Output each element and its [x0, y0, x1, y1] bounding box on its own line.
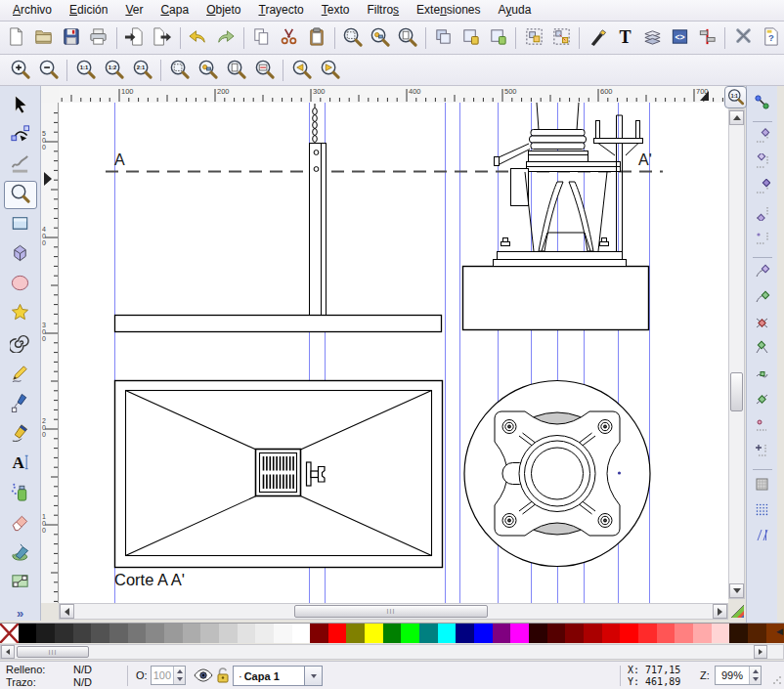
snap-path-intersections-button[interactable] — [751, 313, 774, 336]
color-swatch[interactable] — [638, 624, 657, 643]
ungroup-button[interactable] — [547, 24, 575, 52]
box-3d-tool[interactable] — [4, 240, 37, 270]
drawing-caption[interactable]: Corte A A' — [114, 571, 185, 588]
elevation-pedestal[interactable] — [463, 103, 649, 330]
color-swatch[interactable] — [55, 624, 73, 643]
rectangle-tool[interactable] — [4, 210, 37, 239]
palette-scroll-thumb[interactable]: III — [17, 646, 89, 658]
color-swatch[interactable] — [438, 624, 457, 643]
snap-bbox-centers-button[interactable] — [751, 228, 774, 251]
layer-dropdown-button[interactable] — [304, 667, 322, 685]
tweak-tool[interactable] — [4, 151, 37, 180]
zoom-1-1-corner-button[interactable]: 1:1 — [724, 86, 747, 108]
color-swatch[interactable] — [474, 624, 493, 643]
unlink-clone-button[interactable] — [485, 24, 512, 52]
toolbox-overflow-button[interactable]: » — [17, 606, 23, 621]
plan-pit[interactable] — [115, 381, 443, 568]
color-swatch[interactable] — [19, 624, 37, 643]
menu-ayuda[interactable]: Ayuda — [490, 0, 541, 21]
undo-button[interactable] — [185, 24, 212, 52]
color-swatch[interactable] — [183, 624, 201, 643]
paint-bucket-tool[interactable] — [4, 538, 37, 568]
canvas-drawing[interactable]: A A' — [59, 103, 728, 603]
color-wheel-corner-icon[interactable] — [729, 603, 746, 620]
color-swatch[interactable] — [729, 624, 748, 643]
paste-button[interactable] — [303, 24, 330, 52]
align-distribute-button[interactable] — [693, 24, 720, 52]
vertical-scroll-thumb[interactable] — [730, 372, 743, 411]
snap-enable-button[interactable] — [751, 92, 774, 115]
selector-tool[interactable] — [4, 91, 37, 120]
zoom-1-2-button[interactable]: 1:2 — [100, 57, 128, 84]
color-swatch[interactable] — [748, 624, 766, 643]
section-label-a-prime[interactable]: A' — [638, 151, 652, 168]
snap-nodes-button[interactable] — [751, 262, 774, 285]
menu-capa[interactable]: Capa — [152, 0, 197, 21]
scroll-up-button[interactable] — [729, 110, 744, 125]
color-swatch[interactable] — [238, 624, 256, 643]
layer-visibility-eye-icon[interactable] — [194, 668, 213, 684]
color-swatch[interactable] — [292, 624, 311, 643]
spiral-tool[interactable] — [4, 329, 37, 359]
group-button[interactable] — [520, 24, 547, 52]
scroll-left-button[interactable] — [60, 604, 74, 619]
color-swatch[interactable] — [146, 624, 164, 643]
node-editor-tool[interactable] — [4, 121, 37, 151]
export-button[interactable] — [149, 24, 176, 52]
zoom-out-button[interactable] — [34, 57, 63, 84]
snap-bbox-edge-midpoints-button[interactable] — [751, 202, 774, 226]
horizontal-scrollbar[interactable]: III — [59, 603, 728, 620]
palette-scroll-arrow-icon[interactable]: ◀ — [776, 626, 783, 636]
zoom-next-button[interactable] — [316, 57, 344, 84]
pencil-tool[interactable] — [4, 360, 37, 389]
vertical-ruler[interactable]: 500400300200100 — [41, 103, 59, 603]
scroll-down-button[interactable] — [729, 583, 744, 598]
zoom-tool[interactable] — [4, 181, 37, 210]
menu-filtros[interactable]: Filtros — [358, 0, 408, 21]
zoom-spinbox[interactable]: 99% — [715, 666, 762, 685]
duplicate-button[interactable] — [430, 24, 457, 52]
menu-objeto[interactable]: Objeto — [197, 0, 249, 21]
preferences-button[interactable] — [729, 24, 757, 52]
scroll-right-button[interactable] — [713, 604, 727, 619]
save-button[interactable] — [58, 24, 85, 52]
vertical-scrollbar[interactable] — [728, 109, 745, 599]
color-swatch[interactable] — [346, 624, 365, 643]
snap-paths-button[interactable] — [751, 287, 774, 311]
zoom-drawing-button[interactable] — [194, 57, 222, 84]
zoom-selection-button[interactable] — [339, 24, 367, 52]
color-swatch[interactable] — [36, 624, 55, 643]
zoom-2-1-button[interactable]: 2:1 — [128, 57, 156, 84]
snap-bbox-edges-button[interactable] — [751, 151, 774, 175]
opacity-spinbox[interactable]: 100 — [151, 666, 186, 685]
menu-archivo[interactable]: Archivo — [4, 0, 61, 21]
import-button[interactable] — [121, 24, 149, 52]
redo-button[interactable] — [212, 24, 240, 52]
palette-scrollbar[interactable]: III — [0, 644, 784, 660]
cut-button[interactable] — [276, 24, 303, 52]
color-swatch[interactable] — [91, 624, 109, 643]
zoom-previous-button[interactable] — [287, 57, 316, 84]
eraser-tool[interactable] — [4, 508, 37, 538]
swatch-none[interactable] — [0, 624, 19, 643]
color-swatch[interactable] — [401, 624, 419, 643]
menu-ver[interactable]: Ver — [116, 0, 152, 21]
text-dialog-button[interactable]: T — [611, 24, 638, 52]
zoom-1-1-button[interactable]: 1:1 — [71, 57, 100, 84]
gradient-tool[interactable] — [4, 569, 37, 598]
menu-trayecto[interactable]: Trayecto — [250, 0, 313, 21]
open-button[interactable] — [30, 24, 58, 52]
window-resize-grip[interactable] — [772, 675, 782, 687]
copy-button[interactable] — [248, 24, 276, 52]
document-properties-button[interactable]: ? — [757, 24, 784, 52]
color-swatch[interactable] — [510, 624, 529, 643]
color-swatch[interactable] — [109, 624, 128, 643]
color-swatch[interactable] — [383, 624, 402, 643]
print-button[interactable] — [85, 24, 112, 52]
canvas-viewport[interactable]: A A' — [59, 103, 728, 603]
snap-rotation-centers-button[interactable] — [751, 440, 774, 463]
color-swatch[interactable] — [529, 624, 547, 643]
fill-stroke-dialog-button[interactable] — [584, 24, 611, 52]
snap-line-midpoints-button[interactable] — [751, 389, 774, 412]
star-tool[interactable] — [4, 300, 37, 329]
